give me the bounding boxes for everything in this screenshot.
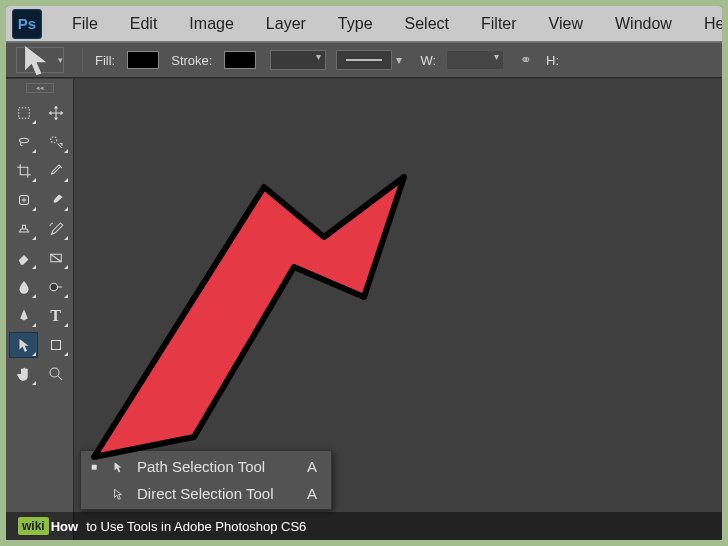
lasso-tool[interactable] — [9, 129, 38, 155]
tool-flyout-menu: ■ Path Selection Tool A Direct Selection… — [80, 450, 332, 510]
quick-selection-tool[interactable] — [41, 129, 70, 155]
gradient-tool[interactable] — [41, 245, 70, 271]
menu-type[interactable]: Type — [322, 15, 389, 33]
menu-select[interactable]: Select — [389, 15, 465, 33]
path-selection-tool[interactable] — [9, 332, 38, 358]
shape-tool[interactable] — [41, 332, 70, 358]
menu-filter[interactable]: Filter — [465, 15, 533, 33]
direct-selection-icon — [109, 487, 127, 501]
svg-rect-5 — [51, 341, 60, 350]
menu-file[interactable]: File — [56, 15, 114, 33]
menu-help[interactable]: Help — [688, 15, 722, 33]
brush-tool[interactable] — [41, 187, 70, 213]
hand-tool[interactable] — [9, 361, 38, 387]
flyout-item-path-selection[interactable]: ■ Path Selection Tool A — [81, 453, 331, 480]
app-window: Ps File Edit Image Layer Type Select Fil… — [6, 6, 722, 540]
svg-rect-0 — [18, 108, 29, 119]
flyout-item-shortcut: A — [307, 458, 317, 475]
clone-stamp-tool[interactable] — [9, 216, 38, 242]
type-tool[interactable]: T — [41, 303, 70, 329]
crop-tool[interactable] — [9, 158, 38, 184]
svg-point-6 — [50, 368, 59, 377]
fill-swatch[interactable] — [127, 51, 159, 69]
eyedropper-tool[interactable] — [41, 158, 70, 184]
wikihow-logo-prefix: wiki — [18, 517, 49, 535]
menu-layer[interactable]: Layer — [250, 15, 322, 33]
toolbox: ◂◂ — [6, 79, 74, 540]
flyout-item-shortcut: A — [307, 485, 317, 502]
caption-text: to Use Tools in Adobe Photoshop CS6 — [86, 519, 306, 534]
dodge-tool[interactable] — [41, 274, 70, 300]
svg-point-4 — [50, 283, 58, 291]
width-field[interactable] — [446, 50, 504, 70]
separator — [82, 48, 83, 72]
zoom-tool[interactable] — [41, 361, 70, 387]
menu-view[interactable]: View — [533, 15, 599, 33]
path-selection-icon — [109, 460, 127, 474]
pen-tool[interactable] — [9, 303, 38, 329]
menu-image[interactable]: Image — [173, 15, 249, 33]
link-icon[interactable]: ⚭ — [514, 52, 538, 68]
healing-brush-tool[interactable] — [9, 187, 38, 213]
stroke-label: Stroke: — [171, 53, 212, 68]
move-tool[interactable] — [41, 100, 70, 126]
stroke-style-dropdown[interactable] — [336, 50, 392, 70]
stroke-swatch[interactable] — [224, 51, 256, 69]
options-bar: ▾ Fill: Stroke: ▾ W: ⚭ H: — [6, 42, 722, 78]
flyout-selected-marker: ■ — [89, 461, 99, 472]
blur-tool[interactable] — [9, 274, 38, 300]
menu-window[interactable]: Window — [599, 15, 688, 33]
toolbox-collapse-tab[interactable]: ◂◂ — [26, 83, 54, 93]
flyout-item-label: Path Selection Tool — [137, 458, 297, 475]
svg-point-1 — [50, 137, 56, 143]
history-brush-tool[interactable] — [41, 216, 70, 242]
fill-label: Fill: — [95, 53, 115, 68]
height-label: H: — [546, 53, 559, 68]
stroke-width-dropdown[interactable] — [270, 50, 326, 70]
flyout-item-direct-selection[interactable]: Direct Selection Tool A — [81, 480, 331, 507]
eraser-tool[interactable] — [9, 245, 38, 271]
menubar: Ps File Edit Image Layer Type Select Fil… — [6, 6, 722, 42]
flyout-item-label: Direct Selection Tool — [137, 485, 297, 502]
menu-edit[interactable]: Edit — [114, 15, 174, 33]
current-tool-preset[interactable]: ▾ — [16, 47, 64, 73]
arrow-cursor-icon — [17, 41, 56, 80]
width-label: W: — [420, 53, 436, 68]
wikihow-logo-suffix: How — [51, 519, 78, 534]
app-logo: Ps — [12, 9, 42, 39]
marquee-tool[interactable] — [9, 100, 38, 126]
caption-bar: wiki How to Use Tools in Adobe Photoshop… — [6, 512, 722, 540]
